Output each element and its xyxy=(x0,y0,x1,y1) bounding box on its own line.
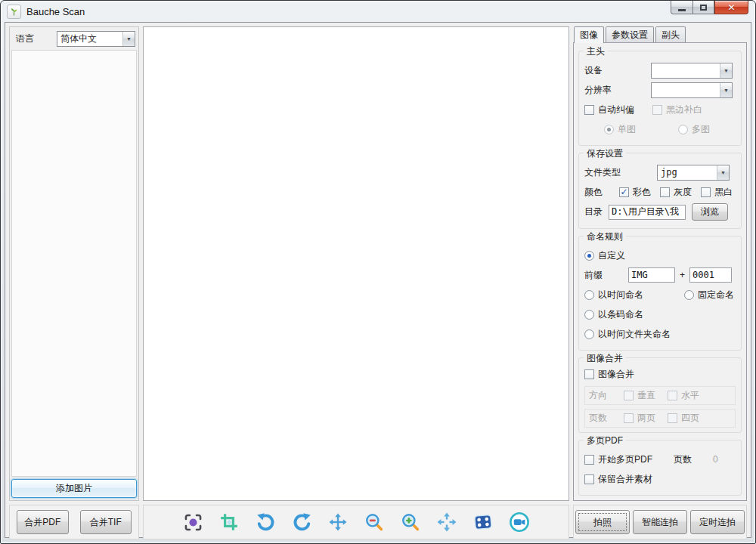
add-image-button[interactable]: 添加图片 xyxy=(11,479,137,498)
rotate-right-icon xyxy=(292,512,312,533)
pages-label: 页数 xyxy=(589,412,612,425)
title-bar[interactable]: Bauche Scan xyxy=(1,1,755,22)
bottom-left-panel: 合并PDF 合并TIF xyxy=(9,505,139,539)
close-icon: ✕ xyxy=(727,3,735,12)
image-merge-checkbox[interactable]: 图像合并 xyxy=(584,368,634,381)
auto-deskew-checkbox[interactable]: 自动纠偏 xyxy=(584,104,634,116)
expand-button[interactable] xyxy=(436,512,457,533)
merge-tif-button[interactable]: 合并TIF xyxy=(80,510,132,534)
checkbox-icon xyxy=(624,413,634,423)
radio-selected-icon xyxy=(584,251,594,261)
bw-option-label: 黑白 xyxy=(714,186,733,199)
smart-burst-button[interactable]: 智能连拍 xyxy=(633,510,687,534)
prefix-label: 前缀 xyxy=(584,269,624,282)
prefix-input[interactable] xyxy=(628,267,675,283)
video-capture-button[interactable] xyxy=(509,512,530,533)
merge-pdf-button[interactable]: 合并PDF xyxy=(17,510,69,534)
gray-option-label: 灰度 xyxy=(674,186,692,199)
mpdf-pages-label: 页数 xyxy=(674,453,692,466)
multi-image-radio: 多图 xyxy=(678,123,710,136)
app-logo-icon xyxy=(7,5,21,19)
plus-sign: + xyxy=(680,270,685,280)
window-title: Bauche Scan xyxy=(26,6,85,17)
maximize-button[interactable] xyxy=(693,1,714,14)
radio-icon xyxy=(678,125,688,134)
two-pages-label: 两页 xyxy=(637,412,655,425)
checkbox-icon xyxy=(624,391,634,400)
color-option-label: 彩色 xyxy=(633,186,651,199)
horizontal-label: 水平 xyxy=(681,389,699,402)
timed-burst-button[interactable]: 定时连拍 xyxy=(690,510,745,534)
right-panel: 图像 参数设置 副头 主头 设备 ▼ 分辨率 xyxy=(573,26,747,501)
vertical-checkbox: 垂直 xyxy=(624,389,655,402)
fixed-name-radio[interactable]: 固定命名 xyxy=(684,289,734,301)
minimize-icon xyxy=(678,9,686,11)
start-mpdf-checkbox[interactable]: 开始多页PDF xyxy=(584,453,652,466)
rotate-left-button[interactable] xyxy=(255,512,276,533)
checkbox-icon xyxy=(584,455,594,465)
four-corners-button[interactable] xyxy=(472,512,494,533)
custom-naming-radio[interactable]: 自定义 xyxy=(584,249,625,262)
four-pages-label: 四页 xyxy=(681,412,699,425)
color-checkbox[interactable]: 彩色 xyxy=(619,186,651,199)
chevron-down-icon: ▼ xyxy=(720,83,732,97)
group-merge-title: 图像合并 xyxy=(584,352,626,365)
crop-icon xyxy=(219,512,239,532)
focus-scan-button[interactable] xyxy=(182,512,203,533)
checkbox-icon xyxy=(668,413,677,423)
custom-naming-label: 自定义 xyxy=(598,249,625,262)
minimize-button[interactable] xyxy=(671,1,693,14)
expand-icon xyxy=(437,512,457,532)
chevron-down-icon: ▼ xyxy=(720,63,732,78)
language-dropdown[interactable]: 简体中文 ▼ xyxy=(57,31,135,47)
gray-checkbox[interactable]: 灰度 xyxy=(660,186,692,199)
browse-button[interactable]: 浏览 xyxy=(692,203,728,221)
tab-bar: 图像 参数设置 副头 xyxy=(573,26,747,42)
checkbox-icon xyxy=(660,187,670,197)
by-barcode-radio[interactable]: 以条码命名 xyxy=(584,308,643,321)
device-dropdown[interactable]: ▼ xyxy=(651,63,733,79)
checkbox-icon xyxy=(584,105,594,115)
start-number-input[interactable] xyxy=(689,267,732,283)
checkbox-icon xyxy=(584,369,594,379)
group-mpdf-title: 多页PDF xyxy=(584,434,626,447)
bw-checkbox[interactable]: 黑白 xyxy=(701,186,733,199)
vertical-label: 垂直 xyxy=(637,389,655,402)
tab-params[interactable]: 参数设置 xyxy=(606,26,654,42)
two-pages-checkbox: 两页 xyxy=(624,412,655,425)
group-save-settings: 保存设置 文件类型 jpg ▼ 颜色 彩色 xyxy=(578,153,742,229)
zoom-in-button[interactable] xyxy=(400,512,421,533)
zoom-out-button[interactable] xyxy=(364,512,385,533)
by-time-folder-radio[interactable]: 以时间文件夹命名 xyxy=(584,328,671,341)
keep-material-label: 保留合并素材 xyxy=(598,473,652,486)
file-type-label: 文件类型 xyxy=(584,166,657,179)
preview-canvas[interactable] xyxy=(143,26,569,501)
crop-button[interactable] xyxy=(218,512,240,533)
rotate-right-button[interactable] xyxy=(291,512,312,533)
tab-subhead[interactable]: 副头 xyxy=(655,26,686,42)
resolution-dropdown[interactable]: ▼ xyxy=(651,82,733,98)
rotate-left-icon xyxy=(256,512,276,533)
start-mpdf-label: 开始多页PDF xyxy=(598,453,652,466)
single-image-radio: 单图 xyxy=(604,123,636,136)
zoom-out-icon xyxy=(364,512,384,532)
image-merge-label: 图像合并 xyxy=(598,368,634,381)
device-label: 设备 xyxy=(584,64,651,77)
by-time-radio[interactable]: 以时间命名 xyxy=(584,289,643,301)
move-button[interactable] xyxy=(327,512,349,533)
keep-material-checkbox[interactable]: 保留合并素材 xyxy=(584,473,652,486)
resolution-label: 分辨率 xyxy=(584,84,651,97)
thumbnail-list[interactable] xyxy=(11,50,137,477)
toolbar xyxy=(143,505,569,539)
file-type-dropdown[interactable]: jpg ▼ xyxy=(657,165,730,181)
time-fixed-row: 以时间命名 固定命名 xyxy=(584,286,736,303)
close-button[interactable]: ✕ xyxy=(714,1,748,14)
move-icon xyxy=(329,513,347,531)
directory-input[interactable] xyxy=(609,205,686,220)
file-type-value: jpg xyxy=(658,165,717,180)
single-image-label: 单图 xyxy=(618,123,636,136)
resolution-value xyxy=(652,83,720,97)
tab-image[interactable]: 图像 xyxy=(574,26,604,43)
language-value: 简体中文 xyxy=(57,32,122,46)
take-photo-button[interactable]: 拍照 xyxy=(575,510,630,534)
